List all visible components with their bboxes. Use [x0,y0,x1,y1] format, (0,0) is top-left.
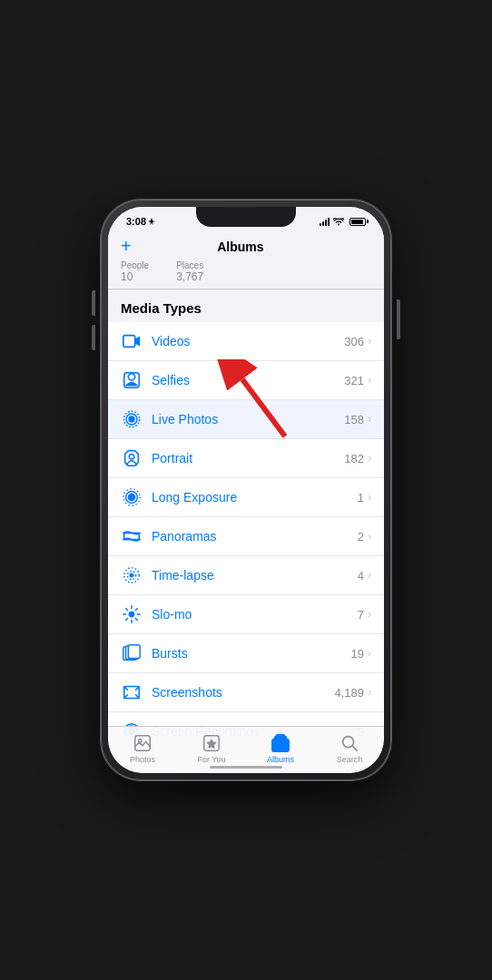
chevron-icon: › [368,413,371,426]
slo-mo-icon [121,603,143,625]
status-time: 3:08 [126,216,155,227]
add-button[interactable]: + [121,236,132,257]
svg-rect-1 [123,336,135,348]
svg-point-0 [338,223,339,225]
chevron-icon: › [368,491,371,504]
list-item-live-photos[interactable]: Live Photos 158 › [108,400,384,439]
location-icon [148,218,155,225]
svg-point-5 [128,416,134,422]
svg-line-17 [135,609,137,611]
svg-point-9 [128,494,134,500]
portrait-icon [121,447,143,469]
section-header-media-types: Media Types [108,289,384,322]
list-item-slo-mo[interactable]: Slo-mo 7 › [108,595,384,634]
svg-line-21 [126,618,128,620]
status-icons [320,218,366,226]
list-item-videos[interactable]: Videos 306 › [108,322,384,361]
svg-line-23 [126,609,128,611]
svg-point-8 [129,454,134,459]
svg-rect-37 [272,739,289,751]
list-item-selfies[interactable]: Selfies 321 › [108,361,384,400]
list-item-bursts[interactable]: Bursts 19 › [108,634,384,673]
time-lapse-icon [121,564,143,586]
chevron-icon: › [368,452,371,465]
chevron-icon: › [368,686,371,699]
svg-point-3 [128,374,134,380]
chevron-icon: › [368,374,371,387]
long-exposure-icon [121,486,143,508]
nav-bar: + Albums People 10 Places 3,767 [108,232,384,289]
chevron-icon: › [368,530,371,543]
people-item[interactable]: People 10 [121,260,149,283]
svg-point-15 [130,573,133,577]
signal-icon [320,218,330,226]
chevron-icon: › [368,608,371,621]
svg-rect-39 [276,734,284,737]
svg-line-41 [352,746,357,750]
notch [196,207,296,227]
list-item-screenshots[interactable]: Screenshots 4,189 › [108,673,384,712]
scroll-area[interactable]: Media Types Videos 306 › [108,289,384,736]
tab-search[interactable]: Search [315,733,384,764]
tab-photos[interactable]: Photos [108,733,177,764]
phone-frame: 3:08 [101,200,391,780]
albums-tab-icon [271,733,290,753]
phone-screen: 3:08 [108,207,384,773]
list-item-time-lapse[interactable]: Time-lapse 4 › [108,556,384,595]
screenshots-icon [121,681,143,703]
live-photos-icon [121,408,143,430]
list-item-long-exposure[interactable]: Long Exposure 1 › [108,478,384,517]
bursts-icon [121,642,143,664]
wifi-icon [333,218,344,226]
selfies-icon [121,369,143,391]
list-item-portrait[interactable]: Portrait 182 › [108,439,384,478]
svg-rect-27 [128,645,140,659]
tab-albums[interactable]: Albums [246,733,315,764]
chevron-icon: › [368,569,371,582]
search-tab-icon [339,733,359,753]
nav-subtitle: People 10 Places 3,767 [121,259,371,283]
tab-for-you[interactable]: For You [177,733,246,764]
media-types-list: Videos 306 › Selfies 321 › [108,322,384,736]
page-title: Albums [217,240,263,254]
svg-point-24 [129,612,134,617]
chevron-icon: › [368,647,371,660]
panoramas-icon [121,525,143,547]
videos-icon [121,330,143,352]
svg-marker-2 [135,337,141,347]
svg-line-19 [135,618,137,620]
chevron-icon: › [368,335,371,348]
battery-icon [349,218,366,226]
for-you-tab-icon [202,733,221,753]
home-indicator [210,766,282,769]
places-item[interactable]: Places 3,767 [176,260,203,283]
photos-tab-icon [133,733,153,753]
list-item-panoramas[interactable]: Panoramas 2 › [108,517,384,556]
